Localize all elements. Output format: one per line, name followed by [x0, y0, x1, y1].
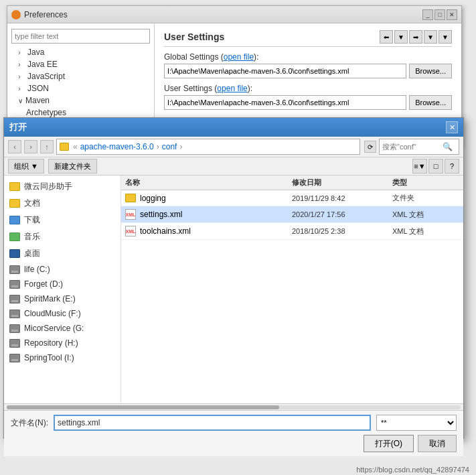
- user-browse-button[interactable]: Browse...: [409, 95, 452, 110]
- folder-icon: [9, 199, 20, 208]
- tree-maven[interactable]: Maven: [7, 94, 154, 107]
- nav-item-spiritmark[interactable]: SpiritMark (E:): [4, 291, 121, 306]
- dialog-nav-panel: 微云同步助手 文档 下载 音乐 桌面 life (C:): [4, 176, 121, 403]
- tree-javascript[interactable]: JavaScript: [7, 70, 154, 82]
- file-list: 名称 修改日期 类型 logging 2019/11/29 8:42 文件夹 X…: [121, 176, 463, 403]
- search-box: 🔍: [379, 139, 459, 155]
- file-type: XML 文档: [392, 226, 459, 236]
- user-settings-row: User Settings (open file): Browse...: [164, 84, 452, 110]
- col-header-name[interactable]: 名称: [125, 178, 292, 188]
- view-toggle-button[interactable]: ≡▼: [412, 159, 427, 174]
- user-open-file-link[interactable]: open file: [217, 84, 247, 93]
- cancel-button[interactable]: 取消: [418, 435, 457, 452]
- user-settings-label: User Settings (open file):: [164, 84, 452, 93]
- drive-icon: [9, 310, 20, 318]
- nav-back-button[interactable]: ‹: [8, 140, 21, 153]
- panel-button[interactable]: □: [428, 159, 443, 174]
- col-header-date[interactable]: 修改日期: [292, 178, 392, 188]
- nav-item-documents[interactable]: 文档: [4, 195, 121, 212]
- nav-item-weiyun[interactable]: 微云同步助手: [4, 178, 121, 195]
- file-name-toolchains: XML toolchains.xml: [125, 226, 292, 236]
- nav-item-life[interactable]: life (C:): [4, 262, 121, 277]
- file-type: 文件夹: [392, 193, 459, 203]
- pref-titlebar: Preferences _ □ ✕: [7, 6, 461, 23]
- nav-item-downloads[interactable]: 下载: [4, 212, 121, 228]
- nav-item-desktop[interactable]: 桌面: [4, 245, 121, 262]
- toolbar-right: ≡▼ □ ?: [412, 159, 459, 174]
- watermark: https://blog.csdn.net/qq_42897474: [356, 466, 469, 474]
- dialog-nav-toolbar: ‹ › ↑ « apache-maven-3.6.0 › conf › ⟳ 🔍: [4, 137, 463, 157]
- fwd-arrow-dropdown[interactable]: ▼: [424, 30, 437, 44]
- file-row[interactable]: logging 2019/11/29 8:42 文件夹: [121, 190, 463, 206]
- global-browse-button[interactable]: Browse...: [409, 64, 452, 78]
- tree-json[interactable]: JSON: [7, 82, 154, 94]
- drive-icon: [9, 265, 20, 274]
- nav-item-micorservice[interactable]: MicorService (G:: [4, 321, 121, 336]
- file-name-settings: XML settings.xml: [125, 209, 292, 220]
- file-date: 2020/1/27 17:56: [292, 210, 392, 218]
- filename-row: 文件名(N): **: [11, 415, 457, 431]
- drive-icon: [9, 295, 20, 303]
- file-row-settings[interactable]: XML settings.xml 2020/1/27 17:56 XML 文档: [121, 206, 463, 223]
- close-button[interactable]: ✕: [447, 9, 457, 20]
- new-folder-button[interactable]: 新建文件夹: [48, 159, 97, 174]
- filename-input[interactable]: [54, 415, 371, 431]
- tree-java[interactable]: Java: [7, 46, 154, 58]
- user-settings-input-row: Browse...: [164, 95, 452, 110]
- global-open-file-link[interactable]: open file: [224, 52, 254, 62]
- nav-item-music[interactable]: 音乐: [4, 228, 121, 245]
- win-controls: _ □ ✕: [422, 9, 457, 20]
- breadcrumb-separator1: «: [73, 142, 78, 151]
- file-date: 2019/11/29 8:42: [292, 194, 392, 202]
- dialog-close-button[interactable]: ✕: [446, 121, 458, 133]
- file-open-dialog: 打开 ✕ ‹ › ↑ « apache-maven-3.6.0 › conf ›…: [3, 117, 464, 439]
- global-path-input[interactable]: [164, 64, 406, 78]
- nav-item-repository[interactable]: Repository (H:): [4, 336, 121, 350]
- filename-label: 文件名(N):: [11, 417, 48, 429]
- filter-input[interactable]: [11, 29, 150, 44]
- user-path-input[interactable]: [164, 95, 406, 110]
- dialog-secondary-toolbar: 组织 ▼ 新建文件夹 ≡▼ □ ?: [4, 157, 463, 176]
- file-name-logging: logging: [125, 194, 292, 203]
- nav-up-button[interactable]: ↑: [40, 140, 54, 153]
- breadcrumb-arrow1: ›: [157, 142, 159, 151]
- tree-javaee[interactable]: Java EE: [7, 58, 154, 70]
- search-input[interactable]: [382, 143, 443, 151]
- menu-btn[interactable]: ▼: [439, 30, 452, 44]
- back-arrow-btn[interactable]: ⬅: [380, 30, 393, 44]
- horizontal-scrollbar[interactable]: [4, 403, 463, 410]
- organize-button[interactable]: 组织 ▼: [8, 159, 44, 174]
- col-header-type[interactable]: 类型: [392, 178, 459, 188]
- nav-item-cloudmusic[interactable]: CloudMusic (F:): [4, 306, 121, 321]
- search-icon: 🔍: [443, 142, 453, 151]
- back-arrow-dropdown[interactable]: ▼: [394, 30, 408, 44]
- global-settings-input-row: Browse...: [164, 64, 452, 78]
- nav-item-forget[interactable]: Forget (D:): [4, 277, 121, 291]
- dialog-actions: 打开(O) 取消: [11, 435, 457, 452]
- minimize-button[interactable]: _: [422, 9, 433, 20]
- breadcrumb-current[interactable]: conf: [162, 142, 177, 151]
- folder-icon-blue: [9, 216, 20, 224]
- nav-forward-button[interactable]: ›: [24, 140, 37, 153]
- fwd-arrow-btn[interactable]: ➡: [409, 30, 422, 44]
- file-list-header: 名称 修改日期 类型: [121, 176, 463, 190]
- help-button[interactable]: ?: [445, 159, 459, 174]
- dialog-titlebar: 打开 ✕: [4, 118, 463, 137]
- filetype-select[interactable]: **: [376, 415, 457, 431]
- toolbar-left: 组织 ▼ 新建文件夹: [8, 159, 97, 174]
- maximize-button[interactable]: □: [434, 9, 445, 20]
- file-row-toolchains[interactable]: XML toolchains.xml 2018/10/25 2:38 XML 文…: [121, 223, 463, 240]
- drive-icon: [9, 339, 20, 348]
- breadcrumb-root[interactable]: apache-maven-3.6.0: [80, 142, 154, 151]
- refresh-button[interactable]: ⟳: [364, 141, 376, 153]
- pref-title-left: Preferences: [11, 10, 68, 19]
- nav-item-springtool[interactable]: SpringTool (I:): [4, 350, 121, 365]
- xml-file-icon: XML: [125, 209, 136, 220]
- folder-icon: [9, 182, 20, 191]
- open-button[interactable]: 打开(O): [364, 435, 414, 452]
- breadcrumb-bar: « apache-maven-3.6.0 › conf ›: [56, 139, 360, 155]
- folder-icon-green: [9, 232, 20, 241]
- content-title: User Settings: [164, 31, 224, 42]
- dialog-title: 打开: [9, 121, 27, 133]
- global-settings-label: Global Settings (open file):: [164, 52, 452, 62]
